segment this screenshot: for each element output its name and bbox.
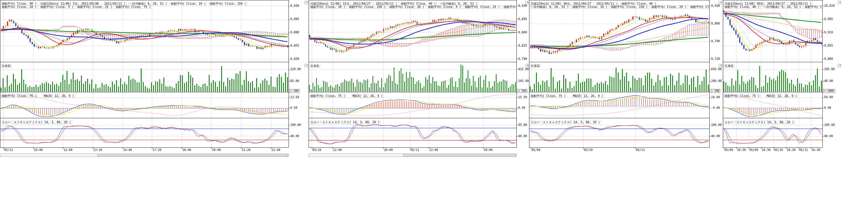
chart-horizontal-scrollbar[interactable] — [309, 154, 517, 157]
indicator-legend-chip: 移動平均( Close, 10 ) — [804, 5, 822, 9]
indicator-legend-chip: 一目均衡表( 9, 26, 52 ) — [762, 5, 802, 9]
panel-3-header-row2: 一目均衡表( 9, 26, 52 )移動平均( Close, 10 )移動平均(… — [530, 3, 709, 9]
time-axis-label: 21:20 — [242, 148, 251, 152]
volume-pane-label: 出来高 — [530, 62, 542, 68]
volume-pane-label-text: 出来高 — [723, 64, 735, 68]
price-axis-tick: 9,860 — [518, 31, 527, 34]
panel-1-chart-canvas[interactable] — [0, 0, 308, 159]
indicator-legend-chip: 移動平均( Close, 75 ) — [115, 5, 152, 9]
time-axis-label: 05/10 — [584, 148, 593, 152]
pane-expand-icon[interactable] — [719, 64, 722, 67]
trading-charts-workspace: 移動平均( Close, 40 )日経225mini 11/06( 5分, 20… — [0, 0, 868, 217]
volume-axis-tick: 40.00 — [824, 80, 833, 83]
macd-params-label: MACD( 12, 26, 9 ) — [572, 94, 604, 98]
indicator-legend-chip: 移動平均( Close, 10 ) — [309, 5, 346, 9]
price-axis-tick: 10,020 — [824, 4, 835, 7]
volume-unit-badge: × 100 — [289, 89, 300, 93]
macd-axis-tick: -4.00 — [711, 106, 720, 109]
stoch-pane-label-text: スロー・ストキャスティクス( 14, 3, 80, 20 ) — [530, 120, 601, 124]
pane-expand-arrow-icon — [720, 64, 721, 66]
stoch-pane-label: スロー・ストキャスティクス( 14, 3, 80, 20 ) — [309, 119, 382, 125]
stoch-pane-label: スロー・ストキャスティクス( 14, 3, 80, 20 ) — [723, 119, 797, 125]
indicator-legend-chip: 移動平均( Close, 40 ) — [723, 5, 761, 9]
time-axis-label: 05/09 — [531, 148, 540, 152]
scrollbar-thumb[interactable] — [97, 154, 288, 157]
indicator-legend-chip: 移動平均( Close, 75 ) — [502, 5, 516, 9]
chart-panel-2: 日経225mini 11/06( 15分, 2011/04/27 - 2011/… — [309, 0, 529, 161]
time-axis-label: 14:40 — [123, 148, 132, 152]
volume-pane-label-text: 出来高 — [309, 64, 320, 68]
price-axis-tick: 9,855 — [290, 44, 299, 47]
pane-expand-arrow-icon — [839, 64, 840, 66]
time-axis-label: 12:00 — [333, 148, 342, 152]
stoch-pane-label: スロー・ストキャスティクス( 14, 3, 80, 20 ) — [1, 119, 73, 125]
macd-params-label: MACD( 12, 26, 9 ) — [766, 94, 798, 98]
volume-pane-label: 出来高 — [1, 62, 13, 68]
price-axis-tick: 9,825 — [518, 44, 527, 47]
panel-4-chart-canvas[interactable] — [723, 0, 841, 159]
time-axis-label: 16:30 — [737, 148, 746, 152]
panel-4-header-row2: 移動平均( Close, 40 )一目均衡表( 9, 26, 52 )移動平均(… — [723, 3, 822, 9]
stoch-axis-tick: 40.00 — [824, 135, 833, 138]
volume-axis-tick: 415.00 — [518, 68, 529, 71]
price-axis-tick: 9,895 — [518, 18, 527, 21]
chart-panel-1: 移動平均( Close, 40 )日経225mini 11/06( 5分, 20… — [0, 0, 308, 161]
price-axis-tick: 9,905 — [290, 18, 299, 21]
pane-expand-icon[interactable] — [305, 64, 308, 67]
price-axis-tick: 9,860 — [711, 22, 720, 25]
panel-2-chart-canvas[interactable] — [309, 0, 529, 159]
stoch-axis-tick: 40.00 — [290, 135, 299, 138]
macd-ma-label: 移動平均( Close, 75 ) — [1, 94, 38, 98]
stoch-pane-label-text: スロー・ストキャスティクス( 14, 3, 80, 20 ) — [723, 120, 795, 124]
pane-expand-icon[interactable] — [525, 64, 528, 67]
macd-axis-tick: 0.00 — [824, 106, 831, 109]
price-axis-tick: 9,790 — [518, 57, 527, 60]
stoch-axis-tick: 100.00 — [290, 124, 301, 127]
indicator-legend-chip: 移動平均( Close, 10 ) — [571, 5, 608, 9]
time-axis-label: 13:20 — [93, 148, 102, 152]
chart-panel-3: 日経225mini 11/06( 30分, 2011/04/27 - 2011/… — [529, 0, 722, 161]
volume-axis-tick: 165.00 — [518, 80, 529, 83]
macd-pane-labels: 移動平均( Close, 75 )MACD( 12, 26, 9 ) — [1, 92, 288, 98]
macd-pane-labels: 移動平均( Close, 75 )MACD( 12, 26, 9 ) — [530, 92, 709, 98]
panel-3-chart-canvas[interactable] — [529, 0, 722, 159]
time-axis-label: 22:40 — [272, 148, 280, 152]
macd-ma-label: 移動平均( Close, 75 ) — [309, 94, 346, 98]
volume-axis-tick: 105.00 — [824, 68, 835, 71]
time-axis-label: 20:00 — [384, 148, 393, 152]
pane-expand-icon[interactable] — [838, 1, 841, 4]
volume-axis-tick: 220.00 — [290, 68, 301, 71]
macd-params-label: MACD( 12, 26, 9 ) — [351, 94, 384, 98]
indicator-legend-chip: 移動平均( Close, 5 ) — [689, 5, 709, 9]
price-axis-tick: 9,910 — [824, 31, 833, 34]
indicator-legend-chip: 移動平均( Close, 20 ) — [1, 5, 38, 9]
price-axis-tick: 9,930 — [518, 4, 527, 7]
macd-ma-label: 移動平均( Close, 75 ) — [723, 94, 761, 98]
price-axis-tick: 9,930 — [711, 4, 720, 7]
time-axis-label: 16:30 — [787, 148, 796, 152]
stoch-axis-tick: 100.00 — [824, 124, 835, 127]
panel-2-header-row2: 移動平均( Close, 10 )移動平均( Close, 150 )移動平均(… — [309, 3, 516, 9]
indicator-legend-chip: 移動平均( Close, 150 ) — [610, 5, 649, 9]
scrollbar-thumb[interactable] — [403, 154, 516, 157]
panel-1-header-row2: 移動平均( Close, 20 )移動平均( Close, 5 )移動平均( C… — [1, 3, 288, 9]
time-axis-label: 05/10 — [774, 148, 783, 152]
macd-axis-tick: 15.50 — [518, 96, 527, 99]
time-axis-label: 12:00 — [64, 148, 72, 152]
pane-expand-icon[interactable] — [838, 64, 841, 67]
pane-expand-icon[interactable] — [305, 1, 308, 4]
pane-expand-icon[interactable] — [719, 1, 722, 4]
indicator-legend-chip: 移動平均( Close, 20 ) — [389, 5, 426, 9]
indicator-legend-chip: 移動平均( Close, 25 ) — [76, 5, 113, 9]
time-axis-label: 20:00 — [212, 148, 221, 152]
volume-pane-label-text: 出来高 — [1, 64, 12, 68]
pane-expand-icon[interactable] — [525, 1, 528, 4]
macd-params-label: MACD( 12, 26, 9 ) — [43, 94, 75, 98]
volume-unit-badge: × 1000 — [823, 89, 835, 93]
stoch-pane-label-text: スロー・ストキャスティクス( 14, 3, 80, 20 ) — [309, 120, 381, 124]
volume-pane-label-text: 出来高 — [530, 64, 541, 68]
macd-axis-tick: 19.00 — [711, 96, 720, 99]
indicator-legend-chip: 移動平均( Close, 20 ) — [650, 5, 687, 9]
time-axis-label: 05/11 — [410, 148, 419, 152]
chart-horizontal-scrollbar[interactable] — [0, 154, 288, 157]
